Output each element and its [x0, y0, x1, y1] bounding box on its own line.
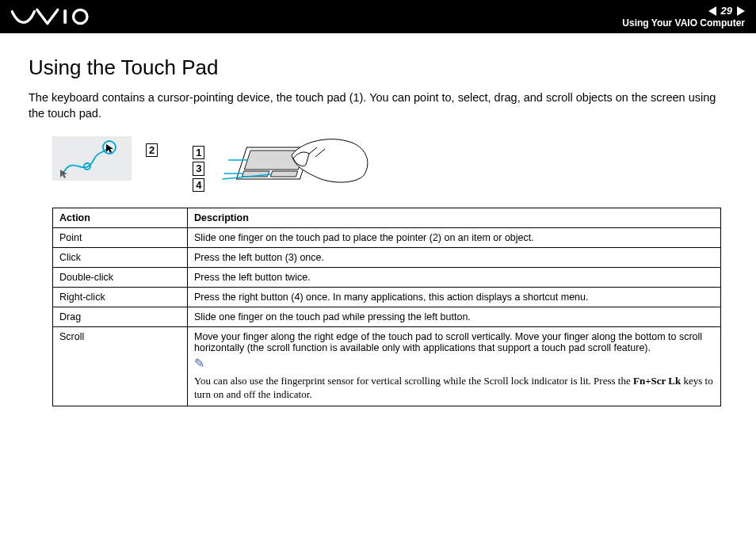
table-row: Click Press the left button (3) once.	[53, 247, 721, 267]
note-key: Fn+Scr Lk	[633, 375, 681, 387]
svg-rect-0	[64, 10, 67, 23]
nav-next-icon[interactable]	[737, 6, 745, 16]
cell-action: Point	[53, 227, 188, 247]
content: Using the Touch Pad The keyboard contain…	[0, 33, 756, 406]
page-title: Using the Touch Pad	[29, 55, 727, 80]
table-row: Right-click Press the right button (4) o…	[53, 287, 721, 307]
cell-description: Move your finger along the right edge of…	[188, 326, 721, 406]
col-header-action: Action	[53, 208, 188, 227]
table-header-row: Action Description	[53, 208, 721, 227]
illustration-touchpad	[212, 136, 371, 196]
actions-table-wrap: Action Description Point Slide one finge…	[52, 208, 721, 406]
actions-table: Action Description Point Slide one finge…	[52, 208, 721, 406]
cell-action: Scroll	[53, 326, 188, 406]
page-number: 29	[721, 5, 732, 17]
illus-label-1: 1	[193, 146, 204, 160]
header-bar: 29 Using Your VAIO Computer	[0, 0, 756, 33]
scroll-desc-text: Move your finger along the right edge of…	[194, 331, 702, 353]
illustration-row: 2 1 3 4	[52, 136, 727, 196]
table-row: Double-click Press the left button twice…	[53, 267, 721, 287]
table-row: Drag Slide one finger on the touch pad w…	[53, 307, 721, 326]
intro-paragraph: The keyboard contains a cursor-pointing …	[29, 90, 727, 122]
page-nav: 29	[708, 5, 745, 17]
illus-number-stack: 1 3 4	[193, 146, 204, 193]
illustration-pointer	[52, 136, 138, 187]
col-header-description: Description	[188, 208, 721, 227]
cell-action: Click	[53, 247, 188, 267]
vaio-logo	[11, 7, 106, 26]
svg-rect-8	[271, 171, 298, 177]
note-prefix: You can also use the fingerprint sensor …	[194, 375, 633, 387]
header-right: 29 Using Your VAIO Computer	[622, 5, 745, 29]
note-icon: ✎	[194, 356, 714, 371]
cell-description: Press the left button twice.	[188, 267, 721, 287]
cell-description: Slide one finger on the touch pad while …	[188, 307, 721, 326]
table-row: Point Slide one finger on the touch pad …	[53, 227, 721, 247]
cell-description: Slide one finger on the touch pad to pla…	[188, 227, 721, 247]
cell-action: Right-click	[53, 287, 188, 307]
cell-description: Press the left button (3) once.	[188, 247, 721, 267]
illus-label-2: 2	[146, 143, 158, 158]
cell-description: Press the right button (4) once. In many…	[188, 287, 721, 307]
illus-label-4: 4	[193, 178, 204, 193]
nav-prev-icon[interactable]	[708, 6, 716, 16]
breadcrumb: Using Your VAIO Computer	[622, 17, 745, 29]
svg-point-1	[74, 10, 87, 23]
note-text: You can also use the fingerprint sensor …	[194, 375, 713, 401]
illus-label-3: 3	[193, 162, 204, 176]
cell-action: Double-click	[53, 267, 188, 287]
cell-action: Drag	[53, 307, 188, 326]
table-row: Scroll Move your finger along the right …	[53, 326, 721, 406]
